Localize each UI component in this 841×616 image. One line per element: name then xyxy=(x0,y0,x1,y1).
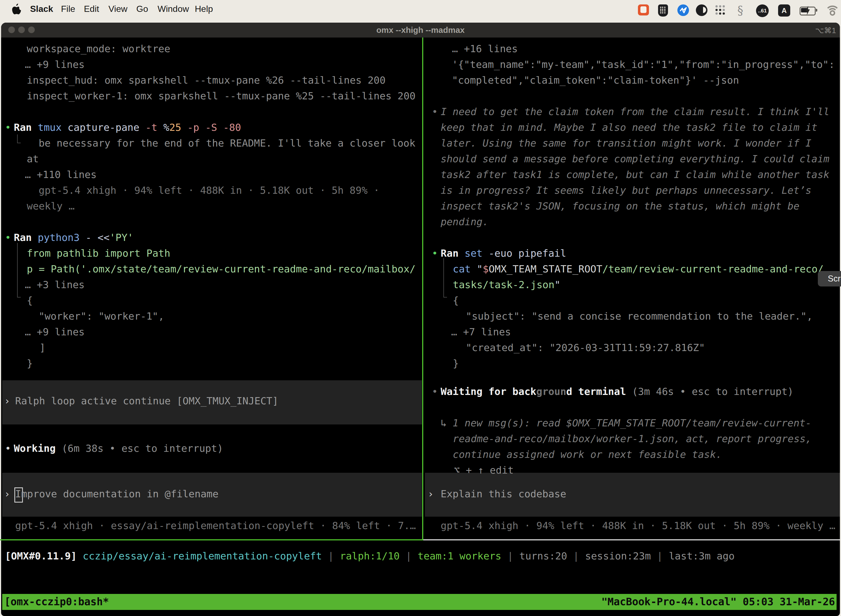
block-rule xyxy=(17,243,18,298)
right-pane-border xyxy=(423,539,840,540)
window-shortcut-badge: ⌥⌘1 xyxy=(815,26,836,35)
zigzag-glyph xyxy=(679,6,687,14)
menu-item-view[interactable]: View xyxy=(108,4,127,14)
ralph-status-banner xyxy=(2,380,422,424)
chat-app-icon[interactable] xyxy=(638,4,649,15)
block-rule-foot xyxy=(443,297,447,298)
window-titlebar[interactable]: omx --xhigh --madmax ⌥⌘1 xyxy=(1,23,840,38)
block-rule-foot xyxy=(17,297,21,298)
shield-dot-grid xyxy=(660,7,666,14)
dots-grid-icon[interactable] xyxy=(715,4,726,15)
battery-icon[interactable] xyxy=(800,7,816,15)
pane-divider[interactable] xyxy=(422,38,423,540)
block-rule xyxy=(443,258,444,298)
prompt-input-right[interactable] xyxy=(425,473,840,517)
terminal-window[interactable]: omx --xhigh --madmax ⌥⌘1 xyxy=(1,23,840,616)
tmux-host-clock: "MacBook-Pro-44.local" 05:03 31-Mar-26 xyxy=(602,594,835,610)
tmux-session-label: [omx-cczip0:bash* xyxy=(4,594,109,610)
menu-item-help[interactable]: Help xyxy=(195,4,213,14)
blue-badge-icon[interactable] xyxy=(677,4,689,16)
menu-item-window[interactable]: Window xyxy=(158,4,189,14)
menu-item-slack[interactable]: Slack xyxy=(30,4,53,14)
desktop-screen: SlackFileEditViewGoWindowHelp § ..61 A xyxy=(0,0,841,616)
percent-badge-icon[interactable]: ..61 xyxy=(756,4,769,17)
menu-item-go[interactable]: Go xyxy=(136,4,148,14)
menu-item-edit[interactable]: Edit xyxy=(84,4,99,14)
screen-tooltip: Scre xyxy=(818,271,841,286)
left-pane-border xyxy=(0,539,422,540)
wifi-icon[interactable] xyxy=(825,6,837,15)
squiggle-icon[interactable]: § xyxy=(736,4,745,16)
prompt-input-left[interactable] xyxy=(2,473,422,517)
window-title: omx --xhigh --madmax xyxy=(1,25,840,35)
charging-bolt-icon xyxy=(806,6,810,15)
shield-grid-icon[interactable] xyxy=(658,4,668,16)
keyboard-layout-icon[interactable]: A xyxy=(778,4,790,16)
text-cursor xyxy=(14,487,23,503)
block-rule-foot xyxy=(17,143,21,143)
apple-logo-icon[interactable] xyxy=(11,3,22,16)
block-rule xyxy=(17,134,18,143)
crescent-icon[interactable] xyxy=(696,4,708,16)
menu-bar: SlackFileEditViewGoWindowHelp § ..61 A xyxy=(0,0,841,21)
menu-item-file[interactable]: File xyxy=(61,4,75,14)
tmux-status-bar: [omx-cczip0:bash* "MacBook-Pro-44.local"… xyxy=(2,594,837,610)
